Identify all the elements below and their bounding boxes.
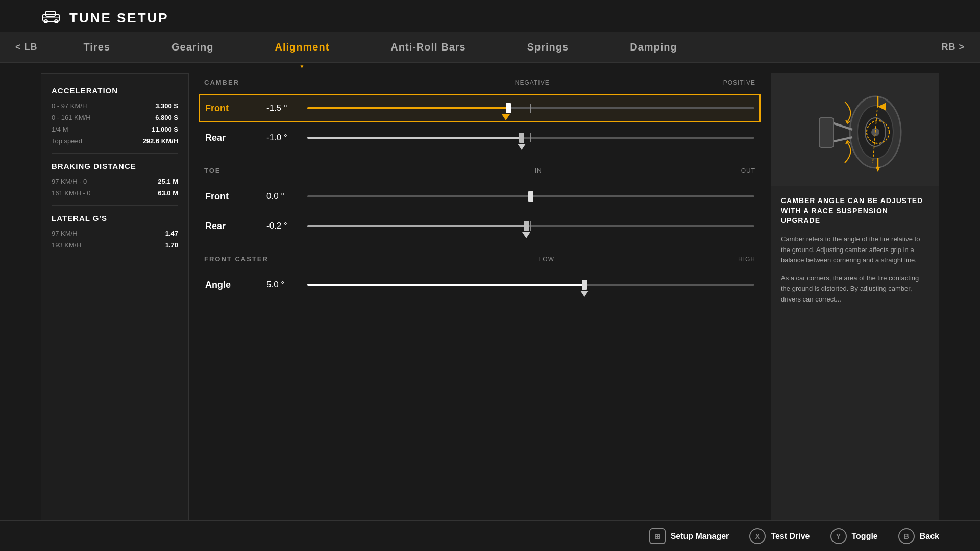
nav-rb[interactable]: RB >: [926, 33, 980, 62]
toe-front-label: Front: [205, 191, 266, 202]
camber-front-row[interactable]: Front -1.5 °: [199, 94, 761, 122]
tab-damping[interactable]: Damping: [599, 32, 708, 62]
tab-tires[interactable]: Tires: [53, 32, 141, 62]
toe-front-slider[interactable]: [307, 189, 754, 204]
info-image: [771, 73, 939, 186]
back-button[interactable]: B Back: [898, 528, 939, 544]
toggle-button[interactable]: Y Toggle: [830, 528, 878, 544]
setup-manager-button[interactable]: ⊞ Setup Manager: [649, 528, 729, 544]
bottom-bar: ⊞ Setup Manager X Test Drive Y Toggle B …: [0, 520, 980, 551]
stat-label-097: 0 - 97 KM/H: [52, 102, 87, 110]
nav-lb[interactable]: < LB: [0, 33, 53, 62]
page-title: TUNE SETUP: [69, 10, 169, 26]
back-label: Back: [920, 532, 939, 541]
camber-header: CAMBER NEGATIVE POSITIVE: [199, 79, 761, 86]
toggle-label: Toggle: [852, 532, 878, 541]
test-drive-icon: X: [749, 528, 766, 544]
main-content: ACCELERATION 0 - 97 KM/H 3.300 S 0 - 161…: [0, 63, 980, 543]
setup-manager-label: Setup Manager: [671, 532, 729, 541]
test-drive-button[interactable]: X Test Drive: [749, 528, 810, 544]
car-icon: [41, 9, 61, 27]
stat-label-0161: 0 - 161 KM/H: [52, 114, 91, 121]
stat-value-097: 3.300 S: [155, 102, 178, 110]
setup-manager-icon: ⊞: [649, 528, 666, 544]
toe-scale-out: OUT: [741, 167, 755, 174]
caster-scale-high: HIGH: [738, 256, 755, 263]
stat-value-lat97: 1.47: [165, 230, 178, 237]
toe-scale-in: IN: [535, 167, 542, 174]
tab-alignment[interactable]: Alignment: [244, 32, 360, 62]
caster-angle-value: 5.0 °: [266, 280, 307, 290]
camber-front-value: -1.5 °: [266, 103, 307, 113]
camber-rear-label: Rear: [205, 133, 266, 143]
caster-angle-slider[interactable]: [307, 277, 754, 292]
camber-rear-row[interactable]: Rear -1.0 °: [199, 124, 761, 152]
stat-row-0161: 0 - 161 KM/H 6.800 S: [52, 114, 178, 121]
toe-header: TOE IN OUT: [199, 167, 761, 174]
stat-row-brake97: 97 KM/H - 0 25.1 M: [52, 178, 178, 185]
caster-header: FRONT CASTER LOW HIGH: [199, 255, 761, 263]
stat-value-brake161: 63.0 M: [158, 189, 178, 197]
camber-rear-slider[interactable]: [307, 130, 754, 145]
stats-panel: ACCELERATION 0 - 97 KM/H 3.300 S 0 - 161…: [41, 73, 189, 533]
stat-label-lat97: 97 KM/H: [52, 230, 78, 237]
stat-value-0161: 6.800 S: [155, 114, 178, 121]
stat-value-brake97: 25.1 M: [158, 178, 178, 185]
info-panel: CAMBER ANGLE CAN BE ADJUSTED WITH A RACE…: [771, 73, 939, 533]
tab-springs[interactable]: Springs: [497, 32, 599, 62]
camber-label: CAMBER: [204, 79, 239, 86]
stat-label-brake161: 161 KM/H - 0: [52, 189, 91, 197]
toe-rear-value: -0.2 °: [266, 221, 307, 231]
toe-front-row[interactable]: Front 0.0 °: [199, 183, 761, 210]
info-title: CAMBER ANGLE CAN BE ADJUSTED WITH A RACE…: [781, 196, 929, 226]
caster-angle-row[interactable]: Angle 5.0 °: [199, 271, 761, 298]
toggle-icon: Y: [830, 528, 847, 544]
stat-row-lat97: 97 KM/H 1.47: [52, 230, 178, 237]
stat-label-lat193: 193 KM/H: [52, 241, 81, 249]
nav-tabs: < LB Tires Gearing Alignment Anti-roll b…: [0, 32, 980, 63]
toe-group: TOE IN OUT Front 0.0 ° Rear -0.2 °: [199, 167, 761, 240]
toe-front-value: 0.0 °: [266, 191, 307, 202]
camber-rear-value: -1.0 °: [266, 133, 307, 143]
camber-scale-positive: POSITIVE: [723, 79, 755, 86]
stat-row-097: 0 - 97 KM/H 3.300 S: [52, 102, 178, 110]
camber-front-slider[interactable]: [307, 101, 754, 116]
toe-rear-slider[interactable]: [307, 218, 754, 234]
toe-label: TOE: [204, 167, 221, 174]
stat-label-qm: 1/4 M: [52, 126, 68, 133]
camber-scale-negative: NEGATIVE: [515, 79, 550, 86]
test-drive-label: Test Drive: [771, 532, 810, 541]
caster-scale-low: LOW: [539, 256, 554, 263]
svg-rect-12: [819, 118, 834, 147]
caster-label: FRONT CASTER: [204, 255, 268, 263]
stat-row-lat193: 193 KM/H 1.70: [52, 241, 178, 249]
acceleration-title: ACCELERATION: [52, 86, 178, 95]
braking-title: BRAKING DISTANCE: [52, 162, 178, 170]
stat-value-qm: 11.000 S: [152, 126, 178, 133]
info-content: CAMBER ANGLE CAN BE ADJUSTED WITH A RACE…: [771, 186, 939, 512]
tab-gearing[interactable]: Gearing: [141, 32, 244, 62]
stat-row-brake161: 161 KM/H - 0 63.0 M: [52, 189, 178, 197]
info-text1: Camber refers to the angle of the tire r…: [781, 234, 929, 266]
caster-group: FRONT CASTER LOW HIGH Angle 5.0 °: [199, 255, 761, 298]
stat-value-topspeed: 292.6 KM/H: [143, 137, 178, 145]
toe-rear-row[interactable]: Rear -0.2 °: [199, 212, 761, 240]
stat-value-lat193: 1.70: [165, 241, 178, 249]
caster-angle-label: Angle: [205, 280, 266, 290]
stat-row-topspeed: Top speed 292.6 KM/H: [52, 137, 178, 145]
tab-antiroll[interactable]: Anti-roll bars: [360, 32, 496, 62]
stat-row-qm: 1/4 M 11.000 S: [52, 126, 178, 133]
stat-label-brake97: 97 KM/H - 0: [52, 178, 87, 185]
camber-front-label: Front: [205, 103, 266, 114]
header: TUNE SETUP: [0, 0, 980, 27]
controls-panel: CAMBER NEGATIVE POSITIVE Front -1.5 °: [199, 73, 761, 533]
info-text2: As a car corners, the area of the tire c…: [781, 273, 929, 305]
toe-rear-label: Rear: [205, 221, 266, 232]
lateral-title: LATERAL G'S: [52, 214, 178, 222]
back-icon: B: [898, 528, 915, 544]
stat-label-topspeed: Top speed: [52, 137, 82, 145]
camber-group: CAMBER NEGATIVE POSITIVE Front -1.5 °: [199, 79, 761, 152]
